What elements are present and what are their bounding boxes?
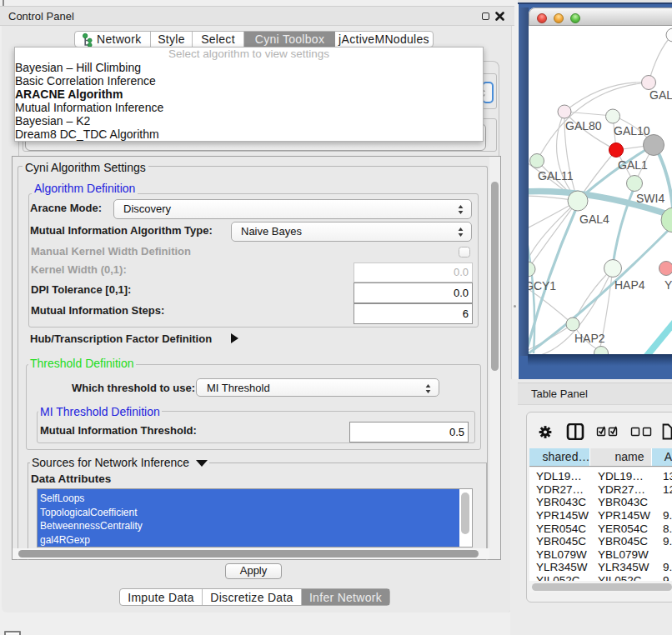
svg-text:GAL4: GAL4	[579, 212, 609, 226]
svg-text:GAL: GAL	[649, 88, 672, 102]
svg-text:HAP2: HAP2	[574, 332, 605, 345]
svg-text:GAL11: GAL11	[538, 169, 574, 182]
svg-text:Y: Y	[664, 278, 672, 292]
svg-text:GAL10: GAL10	[614, 124, 650, 138]
svg-text:GAL80: GAL80	[565, 119, 602, 132]
svg-text:GCY1: GCY1	[529, 279, 556, 292]
svg-text:GAL1: GAL1	[618, 158, 648, 172]
svg-text:HAP4: HAP4	[614, 278, 645, 292]
svg-text:SWI4: SWI4	[636, 192, 664, 205]
